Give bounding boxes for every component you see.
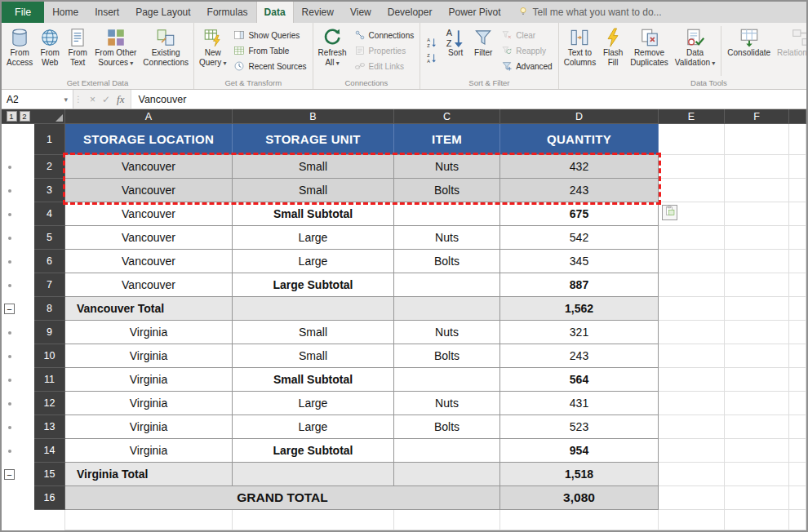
cell-d15[interactable]: 1,518: [500, 463, 659, 486]
cell-a8[interactable]: Vancouver Total: [65, 297, 233, 321]
row-header-9[interactable]: 9: [34, 321, 65, 344]
cell-g1[interactable]: [789, 124, 806, 155]
cell-d3[interactable]: 243: [500, 179, 659, 202]
row-header-14[interactable]: 14: [34, 439, 65, 463]
cell-f1[interactable]: [725, 124, 789, 155]
cell-d5[interactable]: 542: [500, 226, 659, 250]
cell-e3[interactable]: [659, 179, 725, 202]
cell-c4[interactable]: [394, 202, 500, 226]
cell-e1[interactable]: [659, 124, 725, 155]
relationships-button[interactable]: Relationships: [774, 24, 806, 78]
cell-b9[interactable]: Small: [233, 321, 394, 344]
row-header-6[interactable]: 6: [34, 250, 65, 273]
cell-f13[interactable]: [725, 415, 789, 439]
cell-e9[interactable]: [659, 321, 725, 344]
cell-f8[interactable]: [725, 297, 789, 321]
cell-g10[interactable]: [789, 344, 806, 368]
cell-c11[interactable]: [394, 368, 500, 392]
new-query-button[interactable]: NewQuery ▾: [196, 24, 229, 78]
cell-d7[interactable]: 887: [500, 273, 659, 297]
cell-b-filler[interactable]: [233, 510, 394, 530]
from-table-button[interactable]: From Table: [232, 45, 308, 58]
cell-d4[interactable]: 675: [500, 202, 659, 226]
name-box[interactable]: A2 ▾: [2, 90, 73, 109]
formula-input[interactable]: Vancouver: [131, 90, 806, 109]
cell-b7[interactable]: Large Subtotal: [233, 273, 394, 297]
cell-a3[interactable]: Vancouver: [65, 179, 233, 202]
properties-button[interactable]: Properties: [353, 45, 416, 58]
cell-c15[interactable]: [394, 463, 500, 486]
cell-c8[interactable]: [394, 297, 500, 321]
cell-d6[interactable]: 345: [500, 250, 659, 273]
cell-f11[interactable]: [725, 368, 789, 392]
outline-level-2-button[interactable]: 2: [20, 111, 30, 122]
sort-button[interactable]: AZSort: [442, 24, 469, 78]
cell-b13[interactable]: Large: [233, 415, 394, 439]
cell-a-filler[interactable]: [65, 510, 233, 530]
cell-d1[interactable]: QUANTITY: [500, 124, 659, 155]
tab-power-pivot[interactable]: Power Pivot: [440, 2, 508, 23]
cell-d10[interactable]: 243: [500, 344, 659, 368]
cell-a2[interactable]: Vancouver: [65, 155, 233, 179]
cell-a7[interactable]: Vancouver: [65, 273, 233, 297]
tab-view[interactable]: View: [342, 2, 380, 23]
cell-d8[interactable]: 1,562: [500, 297, 659, 321]
text-to-columns-button[interactable]: Text toColumns: [561, 24, 599, 78]
cell-f2[interactable]: [725, 155, 789, 179]
cell-f7[interactable]: [725, 273, 789, 297]
cell-g-filler[interactable]: [789, 510, 806, 530]
cell-c13[interactable]: Bolts: [394, 415, 500, 439]
advanced-button[interactable]: Advanced: [499, 60, 553, 73]
cancel-icon[interactable]: ×: [90, 94, 95, 105]
outline-level-1-button[interactable]: 1: [7, 111, 17, 122]
cell-e13[interactable]: [659, 415, 725, 439]
cell-c-filler[interactable]: [394, 510, 500, 530]
cell-a4[interactable]: Vancouver: [65, 202, 233, 226]
flash-fill-button[interactable]: FlashFill: [599, 24, 627, 78]
column-header-f[interactable]: F: [725, 109, 789, 124]
cell-g13[interactable]: [789, 415, 806, 439]
cell-d9[interactable]: 321: [500, 321, 659, 344]
cell-f4[interactable]: [725, 202, 789, 226]
cell-d13[interactable]: 523: [500, 415, 659, 439]
filter-button[interactable]: Filter: [469, 24, 497, 78]
cell-e10[interactable]: [659, 344, 725, 368]
row-header-1[interactable]: 1: [34, 124, 65, 155]
cell-f5[interactable]: [725, 226, 789, 250]
cell-f15[interactable]: [725, 463, 789, 486]
row-header-2[interactable]: 2: [34, 155, 65, 179]
edit-links-button[interactable]: Edit Links: [353, 60, 416, 73]
cell-f-filler[interactable]: [725, 510, 789, 530]
tab-formulas[interactable]: Formulas: [199, 2, 256, 23]
cell-a5[interactable]: Vancouver: [65, 226, 233, 250]
from-access-button[interactable]: FromAccess: [3, 24, 36, 78]
select-all-corner[interactable]: [34, 109, 65, 124]
cell-a10[interactable]: Virginia: [65, 344, 233, 368]
cell-f14[interactable]: [725, 439, 789, 463]
tab-page-layout[interactable]: Page Layout: [127, 2, 198, 23]
outline-collapse-button[interactable]: −: [4, 304, 15, 314]
from-web-button[interactable]: FromWeb: [36, 24, 64, 78]
reapply-button[interactable]: Reapply: [499, 45, 553, 58]
data-validation-button[interactable]: DataValidation ▾: [672, 24, 718, 78]
cell-g6[interactable]: [789, 250, 806, 273]
connections-button[interactable]: Connections: [353, 29, 416, 42]
cell-e-filler[interactable]: [659, 510, 725, 530]
enter-icon[interactable]: ✓: [102, 94, 110, 105]
column-header-a[interactable]: A: [65, 109, 233, 124]
cell-d12[interactable]: 431: [500, 392, 659, 415]
cell-c5[interactable]: Nuts: [394, 226, 500, 250]
cell-a9[interactable]: Virginia: [65, 321, 233, 344]
cell-g16[interactable]: [789, 486, 806, 510]
tab-home[interactable]: Home: [44, 2, 87, 23]
tab-insert[interactable]: Insert: [87, 2, 127, 23]
cell-d2[interactable]: 432: [500, 155, 659, 179]
cell-a16[interactable]: GRAND TOTAL: [65, 486, 500, 510]
row-header-3[interactable]: 3: [34, 179, 65, 202]
cell-c14[interactable]: [394, 439, 500, 463]
row-header-7[interactable]: 7: [34, 273, 65, 297]
show-queries-button[interactable]: Show Queries: [232, 29, 308, 42]
cell-g8[interactable]: [789, 297, 806, 321]
cell-c6[interactable]: Bolts: [394, 250, 500, 273]
from-text-button[interactable]: FromText: [64, 24, 91, 78]
